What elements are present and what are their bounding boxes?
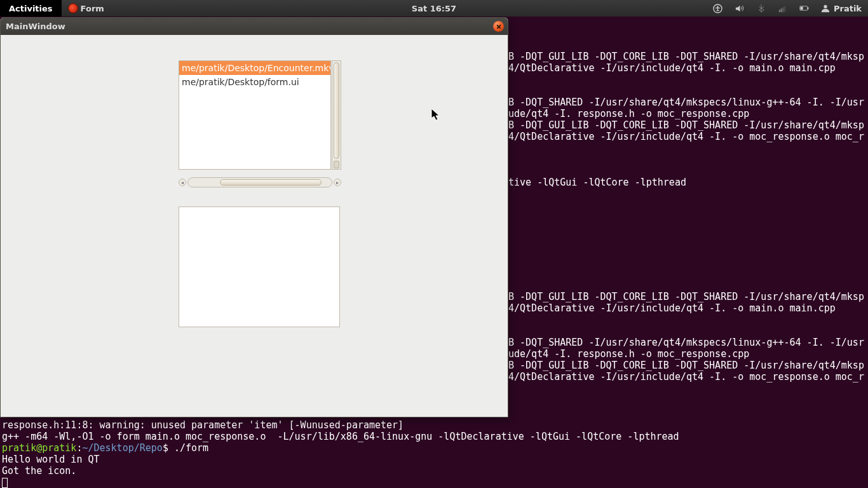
terminal-line: tive -lQtGui -lQtCore -lpthread bbox=[508, 177, 864, 188]
terminal-line: B -DQT_SHARED -I/usr/share/qt4/mkspecs/l… bbox=[508, 97, 864, 108]
terminal-line bbox=[508, 17, 864, 28]
terminal-line: g++ -m64 -Wl,-O1 -o form main.o moc_resp… bbox=[2, 431, 868, 442]
close-button[interactable] bbox=[493, 21, 504, 32]
system-tray: Pratik bbox=[713, 3, 868, 13]
terminal-line: B -DQT_GUI_LIB -DQT_CORE_LIB -DQT_SHARED… bbox=[508, 51, 864, 62]
svg-rect-3 bbox=[781, 8, 782, 12]
terminal-line bbox=[508, 325, 864, 337]
bluetooth-icon[interactable] bbox=[756, 3, 766, 13]
svg-point-1 bbox=[717, 6, 719, 8]
terminal-line: 4/QtDeclarative -I/usr/include/qt4 -I. -… bbox=[508, 302, 864, 314]
scroll-left-button[interactable]: ◂ bbox=[179, 179, 186, 186]
app-name: Form bbox=[81, 4, 104, 13]
file-list[interactable]: me/pratik/Desktop/Encounter.mkv me/prati… bbox=[179, 60, 331, 170]
terminal-line: 4/QtDeclarative -I/usr/include/qt4 -I. -… bbox=[508, 371, 864, 383]
svg-rect-7 bbox=[808, 7, 809, 9]
horizontal-scrollbar[interactable]: ◂ ▸ bbox=[179, 177, 341, 187]
terminal-line bbox=[508, 142, 864, 154]
terminal-line bbox=[508, 28, 864, 39]
svg-point-9 bbox=[824, 5, 827, 8]
terminal-line: pratik@pratik:~/Desktop/Repo$ ./form bbox=[2, 442, 868, 454]
scrollbar-track[interactable] bbox=[187, 177, 332, 187]
terminal-line: B -DQT_GUI_LIB -DQT_CORE_LIB -DQT_SHARED… bbox=[508, 291, 864, 302]
svg-rect-8 bbox=[801, 7, 803, 10]
app-icon bbox=[68, 3, 78, 13]
activities-button[interactable]: Activities bbox=[0, 0, 62, 17]
user-menu[interactable]: Pratik bbox=[821, 4, 862, 13]
terminal-line bbox=[508, 280, 864, 291]
terminal-cursor bbox=[2, 477, 868, 488]
terminal-line bbox=[508, 211, 864, 222]
terminal-line: ude/qt4 -I. response.h -o moc_response.c… bbox=[508, 108, 864, 119]
list-item[interactable]: me/pratik/Desktop/form.ui bbox=[179, 75, 330, 89]
terminal-line: Got the icon. bbox=[2, 465, 868, 477]
terminal-line bbox=[508, 200, 864, 211]
svg-rect-4 bbox=[783, 7, 784, 12]
terminal-line bbox=[508, 222, 864, 234]
svg-rect-2 bbox=[779, 10, 780, 12]
terminal-line bbox=[508, 39, 864, 51]
file-list-container: me/pratik/Desktop/Encounter.mkv me/prati… bbox=[179, 60, 341, 187]
terminal-line bbox=[508, 257, 864, 268]
user-name: Pratik bbox=[834, 4, 862, 13]
terminal-line bbox=[508, 245, 864, 257]
scrollbar-thumb[interactable] bbox=[334, 62, 339, 159]
network-icon[interactable] bbox=[778, 3, 788, 13]
gnome-top-panel: Activities Form Sat 16:57 Pratik bbox=[0, 0, 868, 17]
terminal-line: B -DQT_GUI_LIB -DQT_CORE_LIB -DQT_SHARED… bbox=[508, 119, 864, 131]
list-item[interactable]: me/pratik/Desktop/Encounter.mkv bbox=[179, 61, 330, 75]
scrollbar-thumb[interactable] bbox=[220, 179, 322, 186]
terminal-line: B -DQT_SHARED -I/usr/share/qt4/mkspecs/l… bbox=[508, 337, 864, 348]
accessibility-icon[interactable] bbox=[713, 3, 723, 13]
terminal-line bbox=[508, 74, 864, 85]
window-titlebar[interactable]: MainWindow bbox=[1, 18, 508, 35]
battery-icon[interactable] bbox=[799, 3, 810, 13]
window-body: me/pratik/Desktop/Encounter.mkv me/prati… bbox=[1, 35, 508, 417]
terminal-line: ude/qt4 -I. response.h -o moc_response.c… bbox=[508, 348, 864, 360]
scroll-down-button[interactable] bbox=[334, 161, 339, 168]
scroll-right-button[interactable]: ▸ bbox=[334, 179, 341, 186]
terminal-line: response.h:11:8: warning: unused paramet… bbox=[2, 419, 868, 431]
main-window: MainWindow me/pratik/Desktop/Encounter.m… bbox=[0, 17, 508, 417]
clock[interactable]: Sat 16:57 bbox=[412, 4, 456, 13]
terminal-line bbox=[508, 188, 864, 200]
terminal-line bbox=[508, 154, 864, 165]
terminal-line bbox=[508, 268, 864, 280]
running-app-indicator[interactable]: Form bbox=[62, 0, 111, 17]
terminal-line bbox=[508, 165, 864, 177]
window-title: MainWindow bbox=[6, 22, 65, 31]
terminal-line bbox=[508, 234, 864, 245]
svg-rect-5 bbox=[785, 6, 786, 11]
terminal-line bbox=[508, 85, 864, 97]
terminal-line: 4/QtDeclarative -I/usr/include/qt4 -I. -… bbox=[508, 62, 864, 74]
preview-panel bbox=[179, 207, 340, 327]
terminal-line bbox=[508, 314, 864, 325]
volume-icon[interactable] bbox=[735, 3, 745, 13]
terminal-line: B -DQT_GUI_LIB -DQT_CORE_LIB -DQT_SHARED… bbox=[508, 360, 864, 371]
terminal-line: Hello world in QT bbox=[2, 454, 868, 465]
vertical-scrollbar[interactable] bbox=[332, 60, 341, 170]
terminal-line: 4/QtDeclarative -I/usr/include/qt4 -I. -… bbox=[508, 131, 864, 142]
